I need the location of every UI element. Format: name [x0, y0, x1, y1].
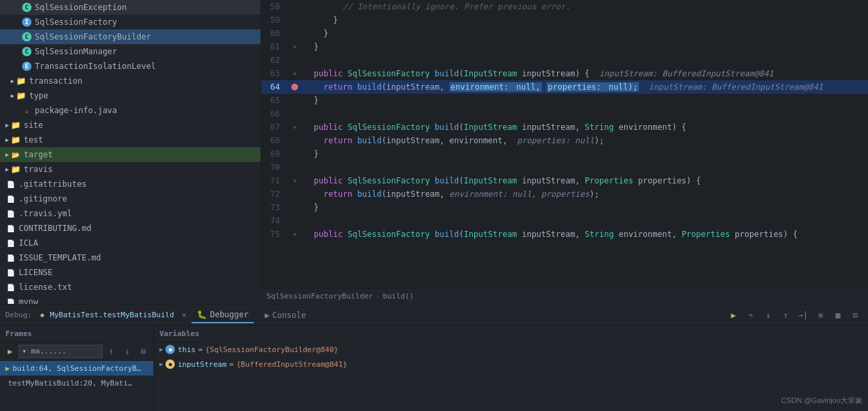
frames-down-btn[interactable]: ↓	[120, 344, 135, 359]
line-num-67: 67	[261, 120, 288, 134]
collapse-71[interactable]: ▼	[291, 177, 299, 185]
tree-item-license[interactable]: 📄 LICENSE	[0, 265, 261, 280]
resume-button[interactable]: ▶	[726, 308, 741, 323]
tree-label: CONTRIBUTING.md	[19, 224, 91, 233]
file-tree[interactable]: C SqlSessionException I SqlSessionFactor…	[0, 0, 261, 304]
line-code-63: public SqlSessionFactory build(InputStre…	[301, 67, 868, 80]
tree-item-package-info[interactable]: ☕ package-info.java	[0, 103, 261, 118]
tree-label: .gitignore	[19, 194, 67, 203]
tree-item-SqlSessionManager[interactable]: C SqlSessionManager	[0, 44, 261, 59]
line-code-62	[301, 54, 868, 67]
collapse-75[interactable]: ▼	[291, 230, 299, 238]
folder-icon-2: 📁	[15, 90, 26, 101]
folder-icon: 📁	[15, 76, 26, 86]
debug-panel: Debug: ◆ MyBatisTest.testMyBatisBuild ✕ …	[0, 304, 868, 411]
tree-label: test	[23, 135, 43, 145]
tree-item-contributing[interactable]: 📄 CONTRIBUTING.md	[0, 221, 261, 236]
var-val-inputStream: {BufferedInputStream@841}	[236, 360, 348, 369]
var-item-inputStream[interactable]: ▶ ● inputStream = {BufferedInputStream@8…	[154, 357, 868, 372]
evaluate-button[interactable]: ≡	[813, 308, 828, 323]
folder-icon-6: 📁	[10, 164, 21, 175]
gutter-75: ▼	[288, 228, 301, 241]
line-code-58: // Intentionally ignore. Prefer previous…	[301, 0, 868, 13]
collapse-67[interactable]: ▼	[291, 123, 299, 131]
step-over-button[interactable]: ↷	[743, 308, 758, 323]
tree-item-mvnw[interactable]: 📄 mvnw	[0, 295, 261, 304]
tree-label: license.txt	[19, 282, 72, 292]
var-expand-inputStream[interactable]: ▶	[159, 361, 163, 367]
tree-item-license-txt[interactable]: 📄 license.txt	[0, 280, 261, 295]
tree-item-issue-template[interactable]: 📄 ISSUE_TEMPLATE.md	[0, 250, 261, 265]
watermark: CSDN @Gavinjou大笨象	[781, 396, 863, 406]
tree-item-transaction[interactable]: ▶ 📁 transaction	[0, 74, 261, 88]
tree-item-SqlSessionFactory[interactable]: I SqlSessionFactory	[0, 15, 261, 29]
code-line-63: 63 ▼ public SqlSessionFactory build(Inpu…	[261, 67, 868, 80]
step-out-button[interactable]: ↑	[778, 308, 793, 323]
enum-icon: E	[21, 61, 32, 72]
tree-item-travis-yml[interactable]: 📄 .travis.yml	[0, 206, 261, 221]
line-code-59: }	[301, 13, 868, 27]
code-line-69: 69 }	[261, 147, 868, 161]
step-into-button[interactable]: ↓	[761, 308, 776, 323]
frames-play-btn[interactable]: ▶	[3, 344, 17, 359]
gutter-67: ▼	[288, 120, 301, 134]
file-icon-5: 📄	[5, 238, 16, 248]
tree-item-SqlSessionFactoryBuilder[interactable]: C SqlSessionFactoryBuilder	[0, 29, 261, 44]
var-expand-this[interactable]: ▶	[159, 346, 163, 353]
var-item-this[interactable]: ▶ ● this = {SqlSessionFactoryBuilder@840…	[154, 342, 868, 357]
code-line-68: 68 return build(inputStream, environment…	[261, 134, 868, 147]
arrow-icon: ▶	[11, 78, 14, 84]
tree-label: type	[29, 91, 48, 100]
debug-session-name[interactable]: MyBatisTest.testMyBatisBuild	[50, 311, 173, 319]
tree-item-travis[interactable]: ▶ 📁 travis	[0, 162, 261, 177]
tab-debugger[interactable]: 🐛 Debugger	[192, 307, 254, 323]
gutter-74	[288, 214, 301, 228]
tree-item-site[interactable]: ▶ 📁 site	[0, 118, 261, 133]
java-file-icon: ☕	[21, 105, 32, 116]
line-num-72: 72	[261, 187, 288, 201]
frame-item-0[interactable]: ▶ build:64, SqlSessionFactoryB…	[0, 361, 153, 376]
frames-filter[interactable]: ▾ ma......	[19, 345, 102, 358]
var-icon-this: ●	[165, 345, 175, 354]
tree-item-icla[interactable]: 📄 ICLA	[0, 236, 261, 250]
filter-text: ▾ ma......	[22, 347, 66, 355]
var-eq-inputStream: =	[229, 360, 234, 369]
gutter-73	[288, 201, 301, 214]
tree-item-TransactionIsolationLevel[interactable]: E TransactionIsolationLevel	[0, 59, 261, 74]
code-line-64: 64 return build(inputStream, environment…	[261, 80, 868, 94]
file-icon-6: 📄	[5, 252, 16, 263]
tree-item-gitignore[interactable]: 📄 .gitignore	[0, 191, 261, 206]
arrow-icon-6: ▶	[5, 166, 9, 173]
frame-label-0: build:64, SqlSessionFactoryB…	[13, 364, 141, 373]
tree-item-gitattributes[interactable]: 📄 .gitattributes	[0, 177, 261, 191]
tree-item-SqlSessionException[interactable]: C SqlSessionException	[0, 0, 261, 15]
code-content[interactable]: 58 // Intentionally ignore. Prefer previ…	[261, 0, 868, 288]
folder-icon-5: 📂	[10, 149, 21, 160]
line-num-64: 64	[261, 80, 288, 94]
debug-body: Frames ▶ ▾ ma...... ↑ ↓ ⊟ ▶ build:64, Sq…	[0, 326, 868, 411]
frame-item-1[interactable]: testMyBatisBuild:20, MyBati…	[0, 376, 153, 390]
file-icon-8: 📄	[5, 282, 16, 293]
tab-console[interactable]: ▶ Console	[259, 308, 311, 323]
tab-debugger-icon: 🐛	[197, 310, 207, 319]
class-icon-2: C	[21, 31, 32, 42]
line-num-62: 62	[261, 54, 288, 67]
table-view-button[interactable]: ▦	[830, 308, 845, 323]
tree-label: SqlSessionFactoryBuilder	[35, 32, 151, 42]
tree-item-test[interactable]: ▶ 📁 test	[0, 133, 261, 147]
debug-tabs-bar: Debug: ◆ MyBatisTest.testMyBatisBuild ✕ …	[0, 305, 868, 326]
var-name-inputStream: inputStream	[177, 360, 226, 369]
breadcrumb: SqlSessionFactoryBuilder › build()	[261, 288, 868, 304]
tree-item-type[interactable]: ▶ 📁 type	[0, 88, 261, 103]
restore-button[interactable]: ⊡	[848, 308, 863, 323]
frames-filter-btn[interactable]: ⊟	[136, 344, 151, 359]
collapse-61[interactable]: ▼	[291, 43, 299, 51]
collapse-63[interactable]: ▼	[291, 70, 299, 78]
frames-up-btn[interactable]: ↑	[104, 344, 119, 359]
tree-item-target[interactable]: ▶ 📂 target	[0, 147, 261, 162]
run-to-cursor-button[interactable]: →|	[796, 308, 810, 323]
debug-session-indicator[interactable]: ◆	[40, 311, 45, 319]
variables-panel: Variables ▶ ● this = {SqlSessionFactoryB…	[154, 326, 868, 411]
debug-label-text: Debug:	[5, 311, 32, 319]
debug-session-close[interactable]: ✕	[182, 311, 187, 319]
